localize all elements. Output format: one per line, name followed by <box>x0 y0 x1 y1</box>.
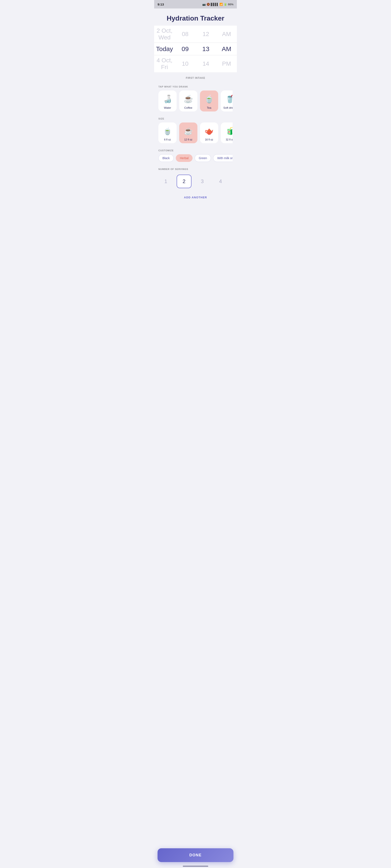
size-6oz-icon: 🍵 <box>162 125 173 136</box>
size-32oz-icon: 🧃 <box>224 125 233 136</box>
battery-icon: 🔋 <box>224 3 227 6</box>
time-hour-current: 09 <box>175 45 196 53</box>
servings-section: NUMBER OF SERVINGS 1 2 3 4 <box>154 163 237 190</box>
size-row: 🍵 6 fl oz ☕ 12 fl oz 🫖 16 fl oz 🧃 32 fl … <box>158 123 233 144</box>
water-icon: 🍶 <box>162 93 173 104</box>
soft-drinks-icon: 🥤 <box>224 93 233 104</box>
pill-black[interactable]: Black <box>158 154 174 162</box>
drink-section: TAP WHAT YOU DRANK 🍶 Water ☕ Coffee 🍵 Te… <box>154 80 237 112</box>
coffee-label: Coffee <box>184 106 192 110</box>
customize-label: CUSTOMIZE <box>158 149 233 152</box>
drink-item-tea[interactable]: 🍵 Tea <box>200 91 218 112</box>
pill-green[interactable]: Green <box>194 154 211 162</box>
add-another-button[interactable]: ADD ANOTHER <box>154 190 237 203</box>
servings-label: NUMBER OF SERVINGS <box>158 168 233 170</box>
time-day-prev: 2 Oct, Wed <box>154 27 175 41</box>
time-ampm-next: PM <box>216 60 237 67</box>
size-section: SIZE 🍵 6 fl oz ☕ 12 fl oz 🫖 16 fl oz 🧃 3… <box>154 112 237 144</box>
tea-label: Tea <box>207 106 211 110</box>
customize-section: CUSTOMIZE Black Herbal Green With milk o… <box>154 144 237 163</box>
water-label: Water <box>164 106 171 110</box>
drink-section-label: TAP WHAT YOU DRANK <box>158 85 233 88</box>
time-min-next: 14 <box>196 60 216 67</box>
main-content: Hydration Tracker 2 Oct, Wed 08 12 AM To… <box>154 8 237 224</box>
pill-herbal[interactable]: Herbal <box>176 154 192 162</box>
wifi-icon: 📶 <box>219 3 223 6</box>
drinks-row: 🍶 Water ☕ Coffee 🍵 Tea 🥤 Soft drinks 🍺 A… <box>158 91 233 112</box>
serving-1[interactable]: 1 <box>158 175 173 188</box>
serving-2[interactable]: 2 <box>177 175 191 188</box>
size-section-label: SIZE <box>158 117 233 120</box>
time-min-prev: 12 <box>196 31 216 37</box>
size-12oz-label: 12 fl oz <box>184 138 192 141</box>
serving-4[interactable]: 4 <box>213 175 228 188</box>
drink-item-coffee[interactable]: ☕ Coffee <box>179 91 198 112</box>
time-row-next: 4 Oct, Fri 10 14 PM <box>154 55 237 72</box>
size-6oz-label: 6 fl oz <box>164 138 171 141</box>
mute-icon: 🔕 <box>207 3 210 6</box>
time-picker: 2 Oct, Wed 08 12 AM Today 09 13 AM 4 Oct… <box>154 26 237 72</box>
time-ampm-current: AM <box>216 45 237 53</box>
battery-percent: 66% <box>228 3 234 6</box>
status-bar: 9:13 📷 🔕 ▌▌▌▌ 📶 🔋 66% <box>154 0 237 8</box>
time-ampm-prev: AM <box>216 31 237 37</box>
size-16oz-icon: 🫖 <box>204 125 215 136</box>
customize-row: Black Herbal Green With milk or cream Sw… <box>158 154 233 163</box>
size-item-16oz[interactable]: 🫖 16 fl oz <box>200 123 218 143</box>
size-item-6oz[interactable]: 🍵 6 fl oz <box>158 123 177 143</box>
size-12oz-icon: ☕ <box>183 125 194 136</box>
time-hour-next: 10 <box>175 60 196 67</box>
status-time: 9:13 <box>157 3 164 6</box>
pill-milk[interactable]: With milk or cream <box>213 154 233 162</box>
time-min-current: 13 <box>196 45 216 53</box>
app-title: Hydration Tracker <box>154 8 237 26</box>
signal-icon: ▌▌▌▌ <box>211 3 219 6</box>
size-item-32oz[interactable]: 🧃 32 fl oz <box>221 123 233 143</box>
time-hour-prev: 08 <box>175 31 196 37</box>
soft-drinks-label: Soft drinks <box>223 106 233 110</box>
size-32oz-label: 32 fl oz <box>226 138 233 141</box>
serving-3[interactable]: 3 <box>195 175 210 188</box>
size-item-12oz[interactable]: ☕ 12 fl oz <box>179 123 198 143</box>
status-icons: 📷 🔕 ▌▌▌▌ 📶 🔋 66% <box>202 3 234 6</box>
coffee-icon: ☕ <box>183 93 194 104</box>
drink-item-soft-drinks[interactable]: 🥤 Soft drinks <box>221 91 233 112</box>
time-row-current[interactable]: Today 09 13 AM <box>154 42 237 55</box>
time-day-next: 4 Oct, Fri <box>154 57 175 70</box>
tea-icon: 🍵 <box>204 93 215 104</box>
time-row-prev: 2 Oct, Wed 08 12 AM <box>154 26 237 42</box>
drink-item-water[interactable]: 🍶 Water <box>158 91 177 112</box>
camera-icon: 📷 <box>202 3 206 6</box>
size-16oz-label: 16 fl oz <box>205 138 213 141</box>
servings-row: 1 2 3 4 <box>158 173 233 190</box>
time-day-current: Today <box>154 45 175 53</box>
first-intake-label: FIRST INTAKE <box>154 72 237 80</box>
